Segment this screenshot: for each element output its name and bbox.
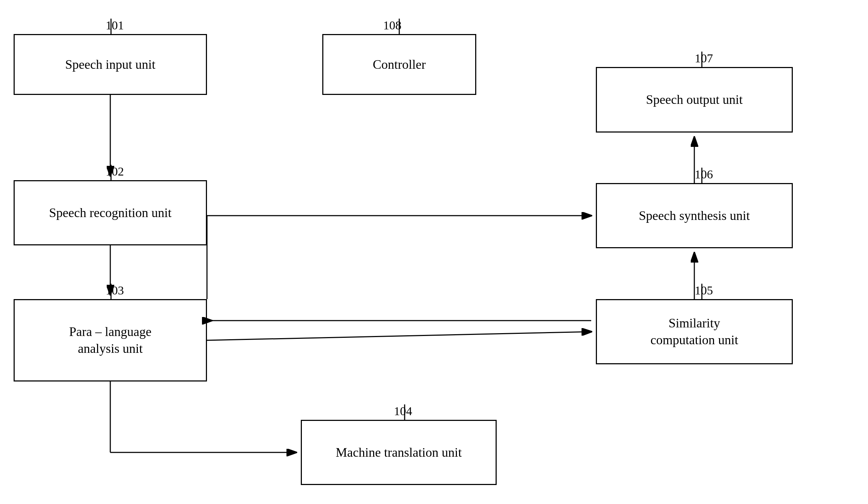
label-107: 107: [695, 52, 713, 65]
speech-input-label: Speech input unit: [65, 56, 155, 73]
label-103: 103: [106, 284, 124, 297]
label-106: 106: [695, 168, 713, 181]
similarity-label: Similarity computation unit: [651, 315, 738, 349]
diagram: Speech input unit 101 Speech recognition…: [0, 0, 868, 504]
speech-recognition-label: Speech recognition unit: [49, 205, 172, 221]
speech-output-label: Speech output unit: [646, 91, 743, 108]
similarity-box: Similarity computation unit: [596, 299, 793, 364]
speech-recognition-box: Speech recognition unit: [14, 180, 207, 245]
controller-box: Controller: [322, 34, 476, 95]
label-101: 101: [106, 19, 124, 32]
machine-translation-box: Machine translation unit: [301, 420, 497, 485]
label-105: 105: [695, 284, 713, 297]
speech-synthesis-box: Speech synthesis unit: [596, 183, 793, 248]
speech-output-box: Speech output unit: [596, 67, 793, 133]
speech-input-box: Speech input unit: [14, 34, 207, 95]
label-102: 102: [106, 165, 124, 178]
machine-translation-label: Machine translation unit: [336, 444, 462, 461]
label-108: 108: [383, 19, 401, 32]
arrow-para-to-similarity: [207, 332, 591, 340]
speech-synthesis-label: Speech synthesis unit: [639, 207, 750, 224]
para-language-box: Para – language analysis unit: [14, 299, 207, 381]
controller-label: Controller: [373, 56, 426, 73]
label-104: 104: [394, 404, 412, 418]
para-language-label: Para – language analysis unit: [69, 323, 151, 357]
